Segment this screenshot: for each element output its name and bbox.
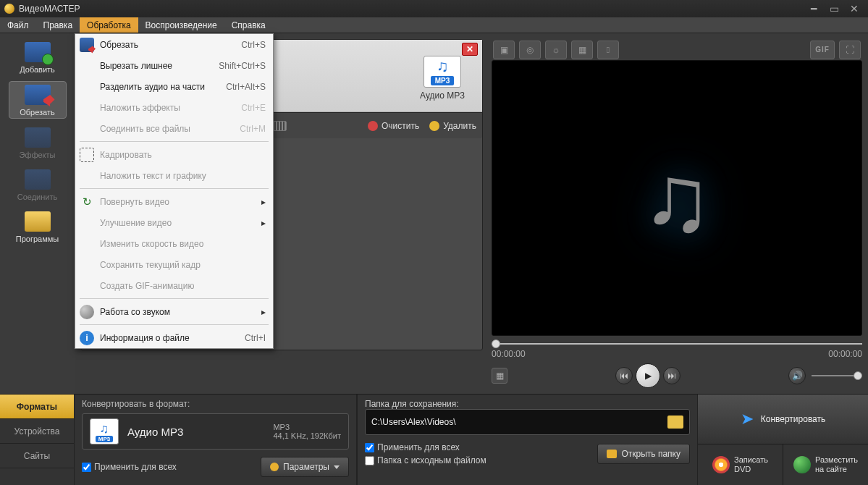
tab-formats[interactable]: Форматы [0, 395, 74, 419]
view-grid-icon[interactable] [272, 121, 287, 131]
snapshot-button[interactable]: ▦ [492, 368, 507, 384]
menu-item-обрезать[interactable]: ОбрезатьCtrl+S [75, 34, 273, 55]
prev-button[interactable]: ⏮ [615, 367, 633, 384]
menu-processing[interactable]: Обработка [80, 17, 138, 33]
source-folder-checkbox[interactable]: Папка с исходным файлом [365, 455, 486, 465]
volume-button[interactable]: 🔊 [788, 367, 806, 384]
left-sidebar: Добавить Обрезать Эффекты Соединить Прог… [0, 33, 75, 394]
cut-icon [80, 38, 94, 52]
minimize-button[interactable]: ━ [804, 2, 823, 15]
close-window-button[interactable]: ✕ [845, 2, 864, 15]
apply-all-2-checkbox[interactable]: Применить для всех [365, 442, 486, 452]
save-header: Папка для сохранения: [365, 399, 690, 409]
volume-slider[interactable] [812, 375, 862, 376]
publish-web-button[interactable]: Разместитьна сайте [783, 444, 868, 485]
menu-edit[interactable]: Правка [36, 17, 80, 33]
preview-fullscreen-button[interactable]: ⛶ [839, 41, 861, 59]
menu-playback[interactable]: Воспроизведение [138, 17, 224, 33]
convert-header: Конвертировать в формат: [82, 399, 349, 409]
tool-effects: Эффекты [9, 125, 67, 161]
menu-bar: Файл Правка Обработка Воспроизведение Сп… [0, 17, 868, 33]
menu-item-повернуть-видео: Повернуть видео▸ [75, 191, 273, 212]
preview-brightness-button[interactable]: ☼ [545, 41, 567, 59]
menu-file[interactable]: Файл [0, 17, 36, 33]
format-badge[interactable]: ♫MP3 Аудио MP3 [403, 51, 482, 101]
time-current: 00:00:00 [492, 349, 526, 359]
menu-item-работа-со-звуком[interactable]: Работа со звуком▸ [75, 301, 273, 322]
menu-item-вырезать-лишнее[interactable]: Вырезать лишнееShift+Ctrl+S [75, 55, 273, 76]
menu-item-улучшение-видео: Улучшение видео▸ [75, 212, 273, 233]
format-selector[interactable]: ♫MP3 Аудио MP3 MP3 44,1 KHz, 192Кбит [82, 413, 349, 450]
menu-item-наложить-эффекты: Наложить эффектыCtrl+E [75, 97, 273, 118]
tool-programs[interactable]: Программы [9, 208, 67, 245]
music-note-icon: ♫ [641, 144, 712, 253]
menu-item-информация-о-файле[interactable]: Информация о файлеCtrl+I [75, 327, 273, 348]
browse-folder-button[interactable] [667, 416, 683, 429]
crop-icon [80, 148, 94, 162]
burn-dvd-button[interactable]: ЗаписатьDVD [698, 444, 783, 485]
preview-crop-button[interactable]: ▣ [493, 41, 515, 59]
delete-icon [429, 121, 439, 131]
convert-button[interactable]: ➤Конвертировать [698, 395, 868, 444]
tool-add[interactable]: Добавить [9, 39, 67, 75]
effects-icon [25, 127, 51, 148]
next-button[interactable]: ⏭ [663, 367, 681, 384]
menu-item-изменить-скорость-видео: Изменить скорость видео [75, 233, 273, 254]
maximize-button[interactable]: ▭ [825, 2, 843, 15]
scissors-icon [25, 85, 51, 105]
dvd-icon [712, 456, 730, 473]
arrow-icon: ➤ [741, 410, 754, 429]
info-icon [80, 331, 94, 345]
preview-rotate-button[interactable]: ◎ [519, 41, 541, 59]
open-folder-button[interactable]: Открыть папку [597, 444, 690, 464]
processing-dropdown: ОбрезатьCtrl+SВырезать лишнееShift+Ctrl+… [75, 33, 274, 349]
parameters-button[interactable]: Параметры [261, 457, 349, 477]
preview-gif-button[interactable]: GIF [810, 41, 835, 59]
tool-trim[interactable]: Обрезать [9, 81, 67, 119]
clear-button[interactable]: Очистить [368, 121, 419, 131]
menu-item-соединить-все-файлы: Соединить все файлыCtrl+M [75, 118, 273, 139]
clear-icon [368, 121, 378, 131]
tab-sites[interactable]: Сайты [0, 444, 74, 468]
menu-item-разделить-аудио-на-части[interactable]: Разделить аудио на частиCtrl+Alt+S [75, 76, 273, 97]
rot-icon [80, 195, 94, 209]
tab-devices[interactable]: Устройства [0, 419, 74, 444]
globe-icon [793, 456, 811, 473]
app-title: ВидеоМАСТЕР [19, 4, 80, 14]
time-total: 00:00:00 [828, 349, 862, 359]
programs-icon [25, 211, 51, 232]
save-path: C:\Users\Alex\Videos\ [371, 417, 456, 427]
remove-file-button[interactable]: ✕ [462, 43, 478, 56]
seek-bar[interactable] [492, 343, 862, 345]
delete-button[interactable]: Удалить [429, 121, 476, 131]
add-icon [25, 42, 51, 62]
menu-item-создать-gif-анимацию: Создать GIF-анимацию [75, 275, 273, 296]
save-path-box[interactable]: C:\Users\Alex\Videos\ [365, 409, 690, 435]
join-icon [25, 169, 51, 190]
menu-help[interactable]: Справка [224, 17, 273, 33]
menu-item-кадрировать: Кадрировать [75, 144, 273, 165]
preview-speed-button[interactable]: 𖤂 [597, 41, 619, 59]
sound-icon [80, 305, 94, 319]
apply-all-checkbox[interactable]: Применить для всех [82, 462, 177, 472]
preview-pane: ♫ [492, 60, 862, 336]
menu-item-сохранить-текущий-кадр: Сохранить текущий кадр [75, 254, 273, 275]
tool-join: Соединить [9, 166, 67, 203]
play-button[interactable]: ▶ [636, 363, 660, 388]
menu-item-наложить-текст-и-графику: Наложить текст и графику [75, 165, 273, 186]
app-icon [4, 4, 14, 14]
preview-effects-button[interactable]: ▦ [571, 41, 593, 59]
